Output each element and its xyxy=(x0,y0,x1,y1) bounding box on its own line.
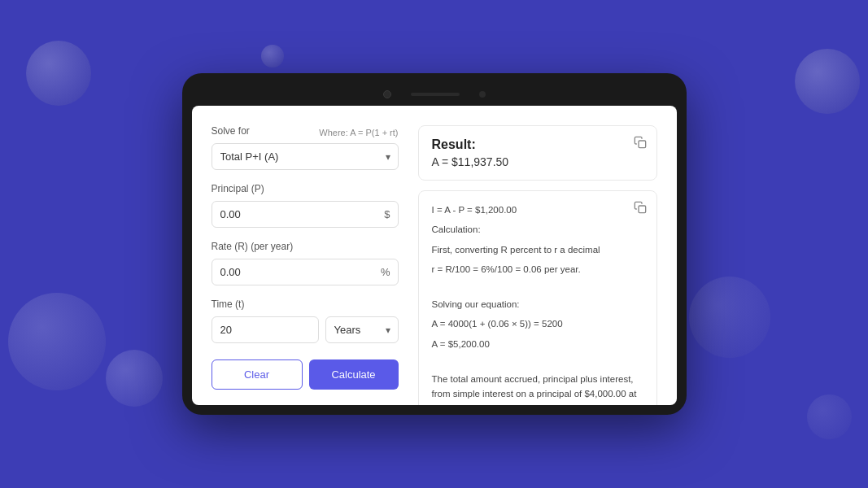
time-unit-select[interactable]: Years Months xyxy=(325,316,399,343)
svg-rect-1 xyxy=(639,206,646,213)
result-copy-icon[interactable] xyxy=(632,134,648,150)
detail-line-7: A = 4000(1 + (0.06 × 5)) = 5200 xyxy=(432,316,643,331)
detail-line-1: I = A - P = $1,200.00 xyxy=(432,203,643,217)
rate-group: Rate (R) (per year) % xyxy=(212,241,399,285)
detail-line-2: Calculation: xyxy=(432,222,643,237)
left-panel: Solve for Where: A = P(1 + rt) Total P+I… xyxy=(212,125,399,386)
bg-circle-4 xyxy=(8,293,106,390)
detail-line-8: A = $5,200.00 xyxy=(432,337,643,351)
detail-copy-icon[interactable] xyxy=(632,199,648,216)
clear-button[interactable]: Clear xyxy=(212,359,303,390)
calculate-button[interactable]: Calculate xyxy=(309,359,399,390)
time-input[interactable] xyxy=(212,316,319,343)
right-panel: Result: A = $11,937.50 xyxy=(418,125,657,386)
principal-input[interactable] xyxy=(212,201,399,228)
app-content: Solve for Where: A = P(1 + rt) Total P+I… xyxy=(192,106,677,405)
principal-input-wrapper: $ xyxy=(212,201,399,228)
time-unit-select-wrapper: Years Months ▾ xyxy=(325,316,399,343)
tablet-frame: Solve for Where: A = P(1 + rt) Total P+I… xyxy=(182,73,687,415)
detail-line-3: First, converting R percent to r a decim… xyxy=(432,242,643,257)
time-label: Time (t) xyxy=(212,298,399,310)
principal-group: Principal (P) $ xyxy=(212,183,399,228)
time-group: Time (t) Years Months ▾ xyxy=(212,298,399,343)
detail-line-6: Solving our equation: xyxy=(432,297,643,312)
rate-input[interactable] xyxy=(212,259,399,285)
solve-for-group: Solve for Where: A = P(1 + rt) Total P+I… xyxy=(212,125,399,170)
solve-for-select-wrapper: Total P+I (A) Principal (P) Rate (R) Tim… xyxy=(212,143,399,170)
bg-circle-3 xyxy=(795,49,860,114)
detail-line-10: The total amount accrued, principal plus… xyxy=(432,372,643,405)
tablet-top-bar xyxy=(192,83,677,106)
bg-circle-2 xyxy=(261,45,284,68)
result-title: Result: xyxy=(432,137,643,152)
bg-circle-5 xyxy=(106,350,163,407)
solve-for-select[interactable]: Total P+I (A) Principal (P) Rate (R) Tim… xyxy=(212,143,399,170)
tablet-speaker xyxy=(411,93,460,96)
svg-rect-0 xyxy=(639,141,646,148)
bg-circle-7 xyxy=(807,394,852,439)
tablet-mic xyxy=(479,91,486,98)
formula-hint: Where: A = P(1 + rt) xyxy=(319,128,398,137)
button-row: Clear Calculate xyxy=(212,359,399,390)
result-value: A = $11,937.50 xyxy=(432,155,643,168)
solve-for-label: Solve for xyxy=(212,125,250,137)
bg-circle-6 xyxy=(689,277,770,358)
tablet-camera xyxy=(383,90,391,98)
detail-line-4: r = R/100 = 6%/100 = 0.06 per year. xyxy=(432,262,643,277)
time-input-row: Years Months ▾ xyxy=(212,316,399,343)
tablet-screen: Solve for Where: A = P(1 + rt) Total P+I… xyxy=(192,106,677,405)
result-card: Result: A = $11,937.50 xyxy=(418,125,657,181)
detail-card: I = A - P = $1,200.00 Calculation: First… xyxy=(418,190,657,405)
principal-label: Principal (P) xyxy=(212,183,399,194)
bg-circle-1 xyxy=(26,41,91,106)
rate-label: Rate (R) (per year) xyxy=(212,241,399,252)
rate-input-wrapper: % xyxy=(212,259,399,285)
